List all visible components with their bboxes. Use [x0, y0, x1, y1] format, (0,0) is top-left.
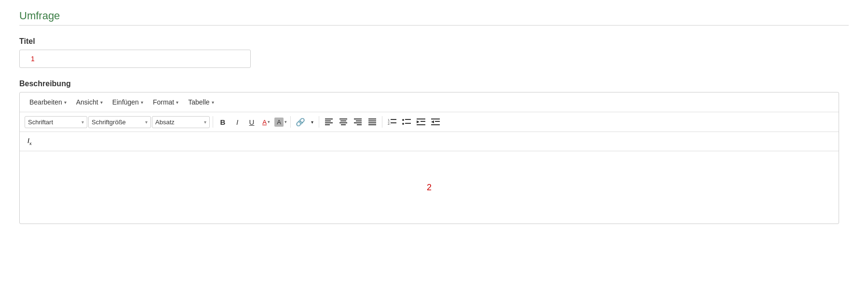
description-section: Beschreibung Bearbeiten ▾ Ansicht ▾ Einf…	[19, 79, 849, 224]
highlight-button[interactable]: A ▾	[274, 115, 287, 129]
link-button[interactable]: 🔗	[294, 115, 307, 129]
align-right-button[interactable]	[351, 115, 365, 129]
link-arrow-button[interactable]: ▾	[308, 115, 316, 129]
clear-format-icon: Ix	[27, 137, 31, 146]
svg-point-20	[402, 119, 404, 121]
align-justify-button[interactable]	[366, 115, 379, 129]
einfuegen-chevron: ▾	[141, 100, 143, 105]
font-family-select[interactable]: Schriftart ▾	[25, 116, 87, 128]
svg-rect-5	[340, 120, 346, 121]
svg-rect-8	[354, 119, 362, 119]
menu-item-einfuegen[interactable]: Einfügen ▾	[108, 96, 147, 108]
menu-item-bearbeiten[interactable]: Bearbeiten ▾	[26, 96, 70, 108]
svg-rect-23	[405, 123, 411, 124]
svg-rect-13	[368, 120, 376, 121]
ansicht-chevron: ▾	[100, 100, 103, 105]
indent-increase-button[interactable]	[429, 115, 442, 129]
svg-rect-30	[435, 121, 440, 122]
editor-placeholder-number: 2	[427, 182, 432, 192]
svg-rect-21	[405, 119, 411, 120]
tabelle-chevron: ▾	[212, 100, 214, 105]
italic-button[interactable]: I	[231, 115, 244, 129]
format-chevron: ▾	[176, 100, 178, 105]
svg-rect-31	[431, 124, 440, 125]
title-input[interactable]	[19, 50, 251, 68]
font-size-arrow: ▾	[145, 119, 148, 125]
title-field: Titel 1	[19, 37, 849, 79]
svg-rect-11	[357, 124, 362, 125]
svg-marker-25	[417, 120, 420, 123]
formatting-toolbar: Schriftart ▾ Schriftgröße ▾ Absatz ▾ B	[20, 112, 839, 132]
svg-rect-17	[391, 119, 396, 120]
font-color-button[interactable]: A ▾	[259, 115, 273, 129]
menu-item-tabelle[interactable]: Tabelle ▾	[184, 96, 217, 108]
highlight-label: A	[274, 118, 284, 127]
title-divider	[19, 25, 849, 26]
svg-rect-0	[325, 119, 333, 119]
font-color-label: A	[262, 119, 267, 125]
svg-rect-2	[325, 122, 333, 123]
separator-2	[290, 116, 291, 128]
separator-4	[382, 116, 382, 128]
paragraph-select[interactable]: Absatz ▾	[152, 116, 210, 128]
menu-item-ansicht[interactable]: Ansicht ▾	[72, 96, 107, 108]
font-size-select[interactable]: Schriftgröße ▾	[88, 116, 151, 128]
separator-3	[319, 116, 319, 128]
ordered-list-button[interactable]: 1. 2.	[385, 115, 399, 129]
svg-rect-4	[339, 119, 347, 119]
svg-rect-10	[354, 122, 362, 123]
font-color-arrow: ▾	[268, 119, 270, 124]
highlight-arrow: ▾	[285, 119, 287, 124]
editor-content-area[interactable]: 2	[20, 151, 839, 224]
separator-1	[213, 116, 213, 128]
svg-rect-9	[356, 120, 362, 121]
svg-rect-7	[341, 124, 346, 125]
svg-rect-24	[417, 119, 425, 119]
title-label: Titel	[19, 37, 849, 46]
menu-item-format[interactable]: Format ▾	[149, 96, 182, 108]
svg-text:2.: 2.	[388, 122, 391, 125]
second-toolbar: Ix	[20, 132, 839, 151]
svg-rect-27	[417, 124, 425, 125]
align-left-button[interactable]	[322, 115, 336, 129]
clear-format-button[interactable]: Ix	[25, 135, 34, 148]
font-family-arrow: ▾	[81, 119, 84, 125]
page-title: Umfrage	[19, 10, 849, 22]
svg-rect-15	[368, 124, 376, 125]
unordered-list-button[interactable]	[400, 115, 413, 129]
svg-rect-14	[368, 122, 376, 123]
svg-marker-29	[431, 120, 434, 123]
svg-rect-26	[420, 121, 425, 122]
description-label: Beschreibung	[19, 79, 849, 88]
bold-button[interactable]: B	[216, 115, 230, 129]
svg-text:1.: 1.	[388, 119, 391, 122]
editor-wrapper: Bearbeiten ▾ Ansicht ▾ Einfügen ▾ Format…	[19, 92, 839, 224]
align-center-button[interactable]	[337, 115, 350, 129]
svg-rect-6	[339, 122, 347, 123]
svg-point-22	[402, 123, 404, 125]
paragraph-arrow: ▾	[204, 119, 206, 125]
underline-button[interactable]: U	[245, 115, 258, 129]
svg-rect-19	[391, 122, 396, 123]
svg-rect-3	[325, 124, 330, 125]
bearbeiten-chevron: ▾	[64, 100, 67, 105]
svg-rect-28	[431, 119, 440, 119]
menu-bar: Bearbeiten ▾ Ansicht ▾ Einfügen ▾ Format…	[20, 92, 839, 112]
indent-decrease-button[interactable]	[414, 115, 428, 129]
svg-rect-12	[368, 119, 376, 119]
page-container: Umfrage Titel 1 Beschreibung Bearbeiten …	[0, 0, 868, 303]
svg-rect-1	[325, 120, 331, 121]
